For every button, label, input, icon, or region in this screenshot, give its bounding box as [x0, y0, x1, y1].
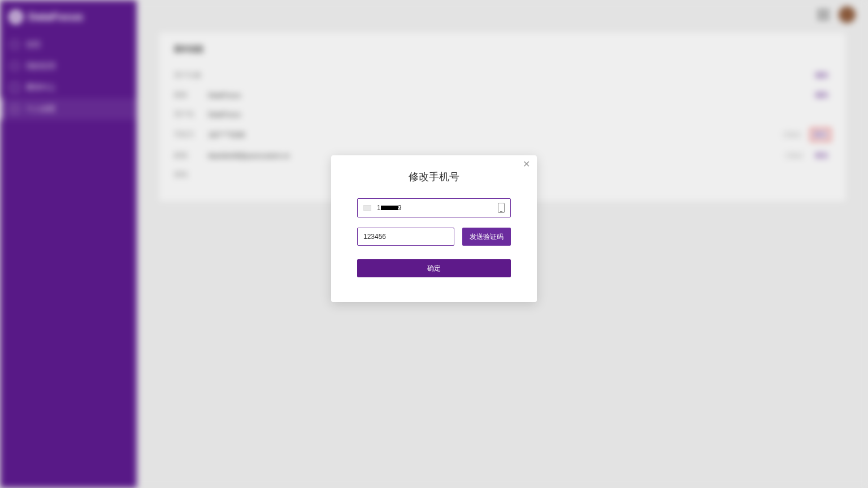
phone-mask	[381, 206, 398, 210]
phone-input-wrap[interactable]: 19	[357, 198, 511, 217]
phone-display: 19	[377, 204, 492, 212]
close-icon[interactable]: ✕	[521, 160, 531, 170]
modal-title: 修改手机号	[331, 170, 537, 184]
verification-code-input[interactable]	[357, 228, 454, 246]
send-code-button[interactable]: 发送验证码	[462, 228, 511, 246]
flag-icon	[363, 205, 371, 211]
phone-prefix: 1	[377, 204, 381, 212]
mobile-icon	[498, 203, 505, 213]
modal-overlay: ✕ 修改手机号 19 发送验证码 确定	[0, 0, 868, 488]
modify-phone-modal: ✕ 修改手机号 19 发送验证码 确定	[331, 155, 537, 302]
phone-suffix: 9	[398, 204, 402, 212]
confirm-button[interactable]: 确定	[357, 259, 511, 277]
